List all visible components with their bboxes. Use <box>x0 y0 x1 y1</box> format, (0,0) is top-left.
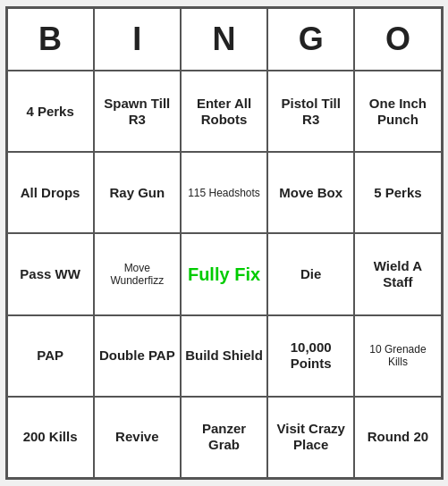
bingo-cell: Visit Crazy Place <box>267 397 354 478</box>
bingo-row: PAPDouble PAPBuild Shield10,000 Points10… <box>7 315 442 397</box>
bingo-cell: Panzer Grab <box>181 397 267 478</box>
bingo-body: 4 PerksSpawn Till R3Enter All RobotsPist… <box>7 71 442 478</box>
bingo-cell: Fully Fix <box>181 233 267 314</box>
header-letter: N <box>181 8 267 71</box>
bingo-cell: Revive <box>94 397 181 478</box>
bingo-header: BINGO <box>7 8 442 71</box>
bingo-cell: Move Box <box>267 152 354 233</box>
header-letter: G <box>267 8 354 71</box>
bingo-cell: 200 Kills <box>7 397 94 478</box>
bingo-cell: Ray Gun <box>94 152 181 233</box>
bingo-cell: Spawn Till R3 <box>94 71 181 152</box>
bingo-cell: Pistol Till R3 <box>267 71 354 152</box>
header-letter: B <box>7 8 94 71</box>
bingo-row: Pass WWMove WunderfizzFully FixDieWield … <box>7 233 442 314</box>
bingo-cell: Die <box>267 233 354 314</box>
bingo-row: 4 PerksSpawn Till R3Enter All RobotsPist… <box>7 71 442 152</box>
header-letter: O <box>354 8 441 71</box>
bingo-row: All DropsRay Gun115 HeadshotsMove Box5 P… <box>7 152 442 233</box>
bingo-cell: Double PAP <box>94 315 181 397</box>
bingo-cell: 4 Perks <box>7 71 94 152</box>
bingo-cell: Round 20 <box>354 397 441 478</box>
bingo-cell: 10,000 Points <box>267 315 354 397</box>
bingo-cell: Wield A Staff <box>354 233 441 314</box>
bingo-cell: Enter All Robots <box>181 71 267 152</box>
bingo-row: 200 KillsRevivePanzer GrabVisit Crazy Pl… <box>7 397 442 478</box>
bingo-cell: All Drops <box>7 152 94 233</box>
bingo-cell: Pass WW <box>7 233 94 314</box>
header-letter: I <box>94 8 181 71</box>
bingo-cell: PAP <box>7 315 94 397</box>
bingo-cell: Build Shield <box>181 315 267 397</box>
bingo-cell: Move Wunderfizz <box>94 233 181 314</box>
bingo-cell: 5 Perks <box>354 152 441 233</box>
bingo-cell: 10 Grenade Kills <box>354 315 441 397</box>
bingo-cell: 115 Headshots <box>181 152 267 233</box>
bingo-card: BINGO 4 PerksSpawn Till R3Enter All Robo… <box>5 6 444 480</box>
bingo-cell: One Inch Punch <box>354 71 441 152</box>
